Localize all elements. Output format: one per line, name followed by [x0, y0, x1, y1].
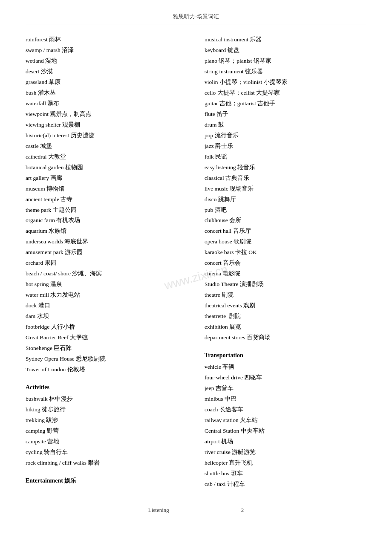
footer-label: Listening	[148, 507, 169, 513]
list-item: keyboard 键盘	[205, 45, 366, 56]
page-header: 雅思听力·场景词汇	[26, 13, 366, 24]
transportation-section: Transportation vehicle 车辆 four-wheel dri…	[205, 350, 366, 490]
list-item: cathedral 大教堂	[26, 152, 187, 162]
list-item: orchard 果园	[26, 258, 187, 269]
list-item: water mill 水力发电站	[26, 290, 187, 301]
list-item: cinema 电影院	[205, 269, 366, 279]
entertainment-heading: Entertainment 娱乐	[26, 475, 187, 486]
list-item: folk 民谣	[205, 152, 366, 162]
list-item: disco 跳舞厅	[205, 194, 366, 205]
list-item: Tower of London 伦敦塔	[26, 364, 187, 375]
list-item: wetland 湿地	[26, 56, 187, 66]
left-column: rainforest 雨林 swamp / marsh 沼泽 wetland 湿…	[26, 35, 187, 490]
list-item: camping 野营	[26, 426, 187, 436]
list-item: vehicle 车辆	[205, 362, 366, 373]
list-item: swamp / marsh 沼泽	[26, 45, 187, 56]
list-item: exhibition 展览	[205, 322, 366, 332]
list-item: bushwalk 林中漫步	[26, 394, 187, 405]
right-column: musical instrument 乐器 keyboard 键盘 piano …	[205, 35, 366, 490]
left-top-items: rainforest 雨林 swamp / marsh 沼泽 wetland 湿…	[26, 35, 187, 375]
transportation-heading: Transportation	[205, 350, 366, 361]
list-item: pop 流行音乐	[205, 130, 366, 141]
list-item: theatrical events 戏剧	[205, 301, 366, 311]
list-item: coach 长途客车	[205, 405, 366, 415]
header-title: 雅思听力·场景词汇	[173, 13, 219, 20]
list-item: rainforest 雨林	[26, 35, 187, 45]
list-item: dock 港口	[26, 301, 187, 311]
list-item: violin 小提琴；violinist 小提琴家	[205, 77, 366, 88]
list-item: grassland 草原	[26, 77, 187, 88]
list-item: department stores 百货商场	[205, 332, 366, 343]
list-item: rock climbing / cliff walks 攀岩	[26, 458, 187, 468]
list-item: hiking 徒步旅行	[26, 405, 187, 415]
page-container: 雅思听力·场景词汇 www.zixir.cn rainforest 雨林 swa…	[0, 0, 392, 539]
page-footer: Listening 2	[26, 507, 366, 514]
footer-page: 2	[241, 507, 244, 513]
list-item: drum 鼓	[205, 120, 366, 130]
list-item: organic farm 有机农场	[26, 215, 187, 226]
list-item: viewing shelter 观景棚	[26, 120, 187, 130]
list-item: concert hall 音乐厅	[205, 226, 366, 237]
list-item: live music 现场音乐	[205, 184, 366, 194]
list-item: botanical garden 植物园	[26, 162, 187, 173]
list-item: Studio Theatre 演播剧场	[205, 279, 366, 290]
list-item: historic(al) interest 历史遗迹	[26, 130, 187, 141]
list-item: cab / taxi 计程车	[205, 479, 366, 490]
list-item: flute 笛子	[205, 109, 366, 120]
list-item: Stonehenge 巨石阵	[26, 343, 187, 354]
list-item: jeep 吉普车	[205, 383, 366, 394]
list-item: viewpoint 观景点，制高点	[26, 109, 187, 120]
list-item: bush 灌木丛	[26, 88, 187, 98]
list-item: karaoke bars 卡拉 OK	[205, 247, 366, 258]
list-item: beach / coast/ shore 沙滩、海滨	[26, 269, 187, 279]
list-item: footbridge 人行小桥	[26, 322, 187, 332]
list-item: castle 城堡	[26, 141, 187, 152]
list-item: Central Station 中央车站	[205, 426, 366, 436]
list-item: theatre 剧院	[205, 290, 366, 301]
list-item: campsite 营地	[26, 436, 187, 447]
list-item: desert 沙漠	[26, 66, 187, 77]
list-item: guitar 吉他；guitarist 吉他手	[205, 98, 366, 109]
activities-section: Activities bushwalk 林中漫步 hiking 徒步旅行 tre…	[26, 382, 187, 468]
list-item: jazz 爵士乐	[205, 141, 366, 152]
list-item: cycling 骑自行车	[26, 447, 187, 458]
list-item: amusement park 游乐园	[26, 247, 187, 258]
list-item: aquarium 水族馆	[26, 226, 187, 237]
list-item: string instrument 弦乐器	[205, 66, 366, 77]
list-item: concert 音乐会	[205, 258, 366, 269]
list-item: Sydney Opera House 悉尼歌剧院	[26, 354, 187, 364]
list-item: helicopter 直升飞机	[205, 458, 366, 468]
list-item: piano 钢琴；pianist 钢琴家	[205, 56, 366, 66]
list-item: theme park 主题公园	[26, 205, 187, 216]
activities-heading: Activities	[26, 382, 187, 393]
list-item: undersea worlds 海底世界	[26, 237, 187, 247]
list-item: airport 机场	[205, 436, 366, 447]
list-item: waterfall 瀑布	[26, 98, 187, 109]
list-item: classical 古典音乐	[205, 173, 366, 184]
list-item: easy listening 轻音乐	[205, 162, 366, 173]
list-item: hot spring 温泉	[26, 279, 187, 290]
list-item: art gallery 画廊	[26, 173, 187, 184]
content-area: rainforest 雨林 swamp / marsh 沼泽 wetland 湿…	[26, 35, 366, 490]
list-item: dam 水坝	[26, 311, 187, 322]
list-item: Great Barrier Reef 大堡礁	[26, 332, 187, 343]
list-item: railway station 火车站	[205, 415, 366, 426]
list-item: museum 博物馆	[26, 184, 187, 194]
list-item: cello 大提琴；cellist 大提琴家	[205, 88, 366, 98]
right-top-items: musical instrument 乐器 keyboard 键盘 piano …	[205, 35, 366, 343]
list-item: theatrette 剧院	[205, 311, 366, 322]
list-item: shuttle bus 班车	[205, 468, 366, 479]
list-item: four-wheel drive 四驱车	[205, 373, 366, 383]
list-item: trekking 跋涉	[26, 415, 187, 426]
list-item: opera house 歌剧院	[205, 237, 366, 247]
list-item: musical instrument 乐器	[205, 35, 366, 45]
list-item: ancient temple 古寺	[26, 194, 187, 205]
list-item: pub 酒吧	[205, 205, 366, 216]
list-item: minibus 中巴	[205, 394, 366, 405]
list-item: clubhouse 会所	[205, 215, 366, 226]
list-item: river cruise 游艇游览	[205, 447, 366, 458]
entertainment-section: Entertainment 娱乐	[26, 475, 187, 486]
